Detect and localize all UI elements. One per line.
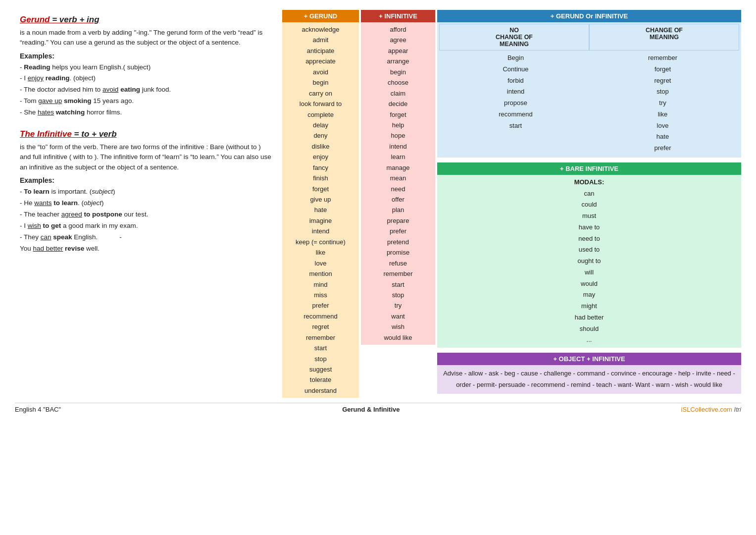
gerund-section: Gerund = verb + ing is a noun made from … bbox=[20, 15, 272, 118]
gerund-example-4: - Tom gave up smoking 15 years ago. bbox=[20, 96, 272, 107]
gi-change-word: forget bbox=[589, 64, 736, 75]
infinitive-word: remember bbox=[364, 268, 432, 279]
gi-no-change-word: Continue bbox=[442, 64, 589, 75]
gerund-word: delay bbox=[285, 120, 356, 130]
gi-no-change-word: Begin bbox=[442, 53, 589, 64]
gerund-word: recommend bbox=[285, 311, 356, 321]
gerund-word: complete bbox=[285, 109, 356, 120]
inf-example-2: - He wants to learn. (object) bbox=[20, 198, 272, 209]
bare-inf-word: ought to bbox=[440, 256, 738, 267]
gerund-word: prefer bbox=[285, 300, 356, 311]
gi-top-row: NOCHANGE OFMEANING CHANGE OFMEANING bbox=[439, 24, 739, 51]
gi-change-word: like bbox=[589, 109, 736, 120]
gerund-word: acknowledge bbox=[285, 24, 356, 35]
obj-inf-header: + OBJECT + INFINITIVE bbox=[437, 353, 741, 365]
gi-body: NOCHANGE OFMEANING CHANGE OFMEANING Begi… bbox=[437, 22, 741, 158]
infinitive-word: need bbox=[364, 184, 432, 194]
gerund-word: stop bbox=[285, 354, 356, 364]
infinitive-word: begin bbox=[364, 67, 432, 77]
infinitive-examples-title: Examples: bbox=[20, 176, 272, 184]
gi-change-word: stop bbox=[589, 86, 736, 98]
gi-change-words: rememberforgetregretstoptrylikelovehatep… bbox=[589, 53, 736, 154]
gerund-desc: is a noun made from a verb by adding "-i… bbox=[20, 28, 272, 48]
gi-no-change: NOCHANGE OFMEANING bbox=[439, 24, 589, 51]
gerund-word: admit bbox=[285, 35, 356, 45]
infinitive-word: help bbox=[364, 120, 432, 130]
gi-header: + GERUND Or INFINITIVE bbox=[437, 10, 741, 22]
gi-change-word: try bbox=[589, 98, 736, 109]
gerund-word: understand bbox=[285, 385, 356, 396]
infinitive-word: decide bbox=[364, 99, 432, 109]
gerund-word: regret bbox=[285, 321, 356, 332]
gerund-word: look forward to bbox=[285, 99, 356, 109]
object-infinitive-section: + OBJECT + INFINITIVE Advise - allow - a… bbox=[437, 353, 741, 394]
gerund-word: finish bbox=[285, 173, 356, 183]
gerund-title: Gerund = verb + ing bbox=[20, 15, 272, 25]
infinitive-title: The Infinitive = to + verb bbox=[20, 129, 272, 139]
gerund-word: deny bbox=[285, 130, 356, 141]
gerund-or-infinitive-section: + GERUND Or INFINITIVE NOCHANGE OFMEANIN… bbox=[437, 10, 741, 158]
footer: English 4 "BAC" Gerund & Infinitive iSLC… bbox=[15, 403, 741, 413]
gerund-word: avoid bbox=[285, 67, 356, 77]
infinitive-column: + INFINITIVE affordagreeappeararrangebeg… bbox=[361, 10, 435, 398]
gerund-word: mention bbox=[285, 268, 356, 279]
bare-inf-body: MODALS:cancouldmusthave toneed toused to… bbox=[437, 175, 741, 348]
infinitive-word: choose bbox=[364, 77, 432, 88]
gerund-col-body: acknowledgeadmitanticipateappreciateavoi… bbox=[282, 22, 359, 398]
gerund-word: mind bbox=[285, 279, 356, 290]
bare-inf-word: can bbox=[440, 188, 738, 200]
gerund-word: appreciate bbox=[285, 56, 356, 66]
left-panel: Gerund = verb + ing is a noun made from … bbox=[15, 10, 282, 398]
right-col-wrapper: + GERUND Or INFINITIVE NOCHANGE OFMEANIN… bbox=[437, 10, 741, 398]
infinitive-word: arrange bbox=[364, 56, 432, 66]
gerund-example-5: - She hates watching horror films. bbox=[20, 107, 272, 118]
gi-no-change-word: recommend bbox=[442, 109, 589, 120]
obj-inf-body: Advise - allow - ask - beg - cause - cha… bbox=[437, 365, 741, 394]
gerund-word: intend bbox=[285, 226, 356, 236]
gi-no-change-word: propose bbox=[442, 98, 589, 109]
gerund-example-3: - The doctor advised him to avoid eating… bbox=[20, 84, 272, 96]
infinitive-word: promise bbox=[364, 247, 432, 258]
infinitive-word: wish bbox=[364, 321, 432, 332]
footer-center: Gerund & Infinitive bbox=[342, 406, 400, 413]
infinitive-word: start bbox=[364, 279, 432, 290]
footer-right: iSLCollective.com Itri bbox=[681, 406, 741, 413]
gerund-word: miss bbox=[285, 290, 356, 300]
bare-inf-word: must bbox=[440, 211, 738, 222]
bare-inf-word: might bbox=[440, 301, 738, 312]
infinitive-word: plan bbox=[364, 205, 432, 215]
infinitive-word: offer bbox=[364, 194, 432, 205]
gerund-word: suggest bbox=[285, 364, 356, 374]
footer-brand: iSLCollective.com bbox=[681, 406, 732, 413]
footer-author: Itri bbox=[734, 406, 741, 413]
infinitive-desc: is the “to” form of the verb. There are … bbox=[20, 142, 272, 172]
gerund-column: + GERUND acknowledgeadmitanticipateappre… bbox=[282, 10, 359, 398]
infinitive-word: would like bbox=[364, 332, 432, 343]
gi-change-word: love bbox=[589, 120, 736, 132]
bare-inf-word: should bbox=[440, 323, 738, 335]
bare-inf-word: could bbox=[440, 199, 738, 211]
gi-no-change-word: intend bbox=[442, 86, 589, 98]
gerund-word: like bbox=[285, 247, 356, 258]
gi-words: BeginContinueforbidintendproposerecommen… bbox=[439, 51, 739, 156]
gerund-word: anticipate bbox=[285, 46, 356, 56]
gerund-word: hate bbox=[285, 205, 356, 215]
bare-inf-word: need to bbox=[440, 233, 738, 245]
bare-inf-word: used to bbox=[440, 244, 738, 256]
infinitive-word: intend bbox=[364, 141, 432, 152]
infinitive-word: afford bbox=[364, 24, 432, 35]
gerund-word: forget bbox=[285, 184, 356, 194]
bare-inf-word: would bbox=[440, 278, 738, 290]
main-layout: Gerund = verb + ing is a noun made from … bbox=[15, 10, 741, 398]
gerund-example-1: - Reading helps you learn English.( subj… bbox=[20, 62, 272, 73]
infinitive-section: The Infinitive = to + verb is the “to” f… bbox=[20, 129, 272, 254]
bare-inf-header: + BARE INFINITIVE bbox=[437, 162, 741, 175]
gerund-examples-title: Examples: bbox=[20, 52, 272, 60]
bare-infinitive-section: + BARE INFINITIVE MODALS:cancouldmusthav… bbox=[437, 162, 741, 348]
infinitive-word: forget bbox=[364, 109, 432, 120]
gi-change: CHANGE OFMEANING bbox=[589, 24, 739, 51]
inf-example-6: You had better revise well. bbox=[20, 243, 272, 255]
infinitive-word: appear bbox=[364, 46, 432, 56]
infinitive-word: mean bbox=[364, 173, 432, 183]
bare-inf-word: may bbox=[440, 289, 738, 301]
